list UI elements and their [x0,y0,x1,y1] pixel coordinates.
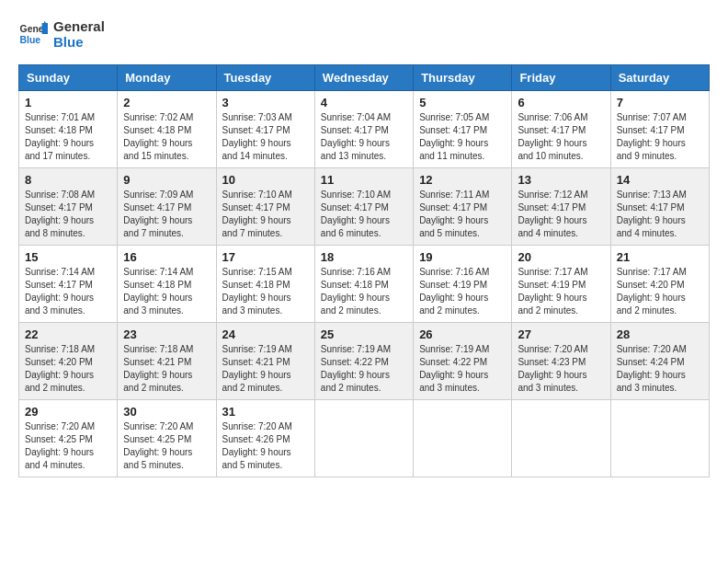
calendar-cell [314,400,413,477]
calendar-header-row: SundayMondayTuesdayWednesdayThursdayFrid… [19,65,710,91]
day-number: 20 [518,250,604,264]
calendar-cell: 4 Sunrise: 7:04 AM Sunset: 4:17 PM Dayli… [314,91,413,168]
calendar-cell: 21 Sunrise: 7:17 AM Sunset: 4:20 PM Dayl… [610,246,709,323]
calendar-body: 1 Sunrise: 7:01 AM Sunset: 4:18 PM Dayli… [19,91,710,477]
day-number: 6 [518,96,604,109]
day-number: 16 [123,250,210,264]
day-info: Sunrise: 7:08 AM Sunset: 4:17 PM Dayligh… [25,189,111,240]
day-number: 17 [222,250,309,264]
day-number: 10 [222,173,309,187]
day-info: Sunrise: 7:18 AM Sunset: 4:21 PM Dayligh… [123,343,210,395]
day-number: 7 [617,96,703,109]
calendar-cell: 14 Sunrise: 7:13 AM Sunset: 4:17 PM Dayl… [610,168,709,246]
calendar-week-4: 22 Sunrise: 7:18 AM Sunset: 4:20 PM Dayl… [19,323,710,400]
calendar-header-tuesday: Tuesday [216,65,314,91]
calendar-cell: 22 Sunrise: 7:18 AM Sunset: 4:20 PM Dayl… [19,323,118,400]
calendar-cell: 19 Sunrise: 7:16 AM Sunset: 4:19 PM Dayl… [414,246,512,323]
day-number: 12 [419,173,506,187]
day-number: 25 [321,327,407,341]
day-number: 5 [419,96,506,109]
calendar-cell: 24 Sunrise: 7:19 AM Sunset: 4:21 PM Dayl… [216,323,314,400]
day-info: Sunrise: 7:07 AM Sunset: 4:17 PM Dayligh… [617,111,703,163]
day-info: Sunrise: 7:06 AM Sunset: 4:17 PM Dayligh… [518,111,604,163]
day-number: 1 [25,96,111,109]
day-number: 21 [617,250,703,264]
calendar-header-monday: Monday [118,65,216,91]
calendar-cell: 26 Sunrise: 7:19 AM Sunset: 4:22 PM Dayl… [414,323,512,400]
day-number: 14 [617,173,703,187]
day-info: Sunrise: 7:15 AM Sunset: 4:18 PM Dayligh… [222,266,309,317]
calendar-header-wednesday: Wednesday [314,65,413,91]
calendar-week-3: 15 Sunrise: 7:14 AM Sunset: 4:17 PM Dayl… [19,246,710,323]
calendar-cell: 2 Sunrise: 7:02 AM Sunset: 4:18 PM Dayli… [118,91,216,168]
day-info: Sunrise: 7:09 AM Sunset: 4:17 PM Dayligh… [123,189,210,240]
day-info: Sunrise: 7:20 AM Sunset: 4:24 PM Dayligh… [617,343,703,395]
calendar-cell: 10 Sunrise: 7:10 AM Sunset: 4:17 PM Dayl… [216,168,314,246]
day-info: Sunrise: 7:16 AM Sunset: 4:18 PM Dayligh… [321,266,407,317]
calendar-cell [512,400,610,477]
day-number: 29 [25,405,111,419]
day-number: 28 [617,327,703,341]
svg-text:Blue: Blue [20,35,41,45]
day-number: 11 [321,173,407,187]
calendar-cell [610,400,709,477]
calendar-cell: 13 Sunrise: 7:12 AM Sunset: 4:17 PM Dayl… [512,168,610,246]
calendar-cell: 17 Sunrise: 7:15 AM Sunset: 4:18 PM Dayl… [216,246,314,323]
calendar-week-2: 8 Sunrise: 7:08 AM Sunset: 4:17 PM Dayli… [19,168,710,246]
calendar-header-saturday: Saturday [610,65,709,91]
calendar-cell: 27 Sunrise: 7:20 AM Sunset: 4:23 PM Dayl… [512,323,610,400]
calendar-cell: 25 Sunrise: 7:19 AM Sunset: 4:22 PM Dayl… [314,323,413,400]
calendar-cell: 31 Sunrise: 7:20 AM Sunset: 4:26 PM Dayl… [216,400,314,477]
calendar-cell: 8 Sunrise: 7:08 AM Sunset: 4:17 PM Dayli… [19,168,118,246]
calendar-cell: 28 Sunrise: 7:20 AM Sunset: 4:24 PM Dayl… [610,323,709,400]
logo-blue: Blue [53,34,105,50]
calendar-cell: 6 Sunrise: 7:06 AM Sunset: 4:17 PM Dayli… [512,91,610,168]
day-number: 30 [123,405,210,419]
calendar-table: SundayMondayTuesdayWednesdayThursdayFrid… [18,64,710,477]
day-number: 26 [419,327,506,341]
calendar-cell: 1 Sunrise: 7:01 AM Sunset: 4:18 PM Dayli… [19,91,118,168]
day-number: 22 [25,327,111,341]
day-info: Sunrise: 7:01 AM Sunset: 4:18 PM Dayligh… [25,111,111,163]
day-number: 18 [321,250,407,264]
day-number: 9 [123,173,210,187]
day-info: Sunrise: 7:20 AM Sunset: 4:23 PM Dayligh… [518,343,604,395]
day-info: Sunrise: 7:17 AM Sunset: 4:19 PM Dayligh… [518,266,604,317]
calendar-cell: 3 Sunrise: 7:03 AM Sunset: 4:17 PM Dayli… [216,91,314,168]
day-info: Sunrise: 7:13 AM Sunset: 4:17 PM Dayligh… [617,189,703,240]
calendar-header-friday: Friday [512,65,610,91]
calendar-week-1: 1 Sunrise: 7:01 AM Sunset: 4:18 PM Dayli… [19,91,710,168]
day-info: Sunrise: 7:17 AM Sunset: 4:20 PM Dayligh… [617,266,703,317]
day-number: 31 [222,405,309,419]
day-info: Sunrise: 7:11 AM Sunset: 4:17 PM Dayligh… [419,189,506,240]
calendar-header-thursday: Thursday [414,65,512,91]
day-info: Sunrise: 7:19 AM Sunset: 4:22 PM Dayligh… [419,343,506,395]
day-info: Sunrise: 7:10 AM Sunset: 4:17 PM Dayligh… [222,189,309,240]
calendar-cell [414,400,512,477]
calendar-cell: 23 Sunrise: 7:18 AM Sunset: 4:21 PM Dayl… [118,323,216,400]
calendar-header-sunday: Sunday [19,65,118,91]
day-info: Sunrise: 7:18 AM Sunset: 4:20 PM Dayligh… [25,343,111,395]
calendar-cell: 12 Sunrise: 7:11 AM Sunset: 4:17 PM Dayl… [414,168,512,246]
day-number: 8 [25,173,111,187]
calendar-cell: 15 Sunrise: 7:14 AM Sunset: 4:17 PM Dayl… [19,246,118,323]
day-info: Sunrise: 7:14 AM Sunset: 4:17 PM Dayligh… [25,266,111,317]
calendar-cell: 11 Sunrise: 7:10 AM Sunset: 4:17 PM Dayl… [314,168,413,246]
day-number: 19 [419,250,506,264]
page-header: General Blue General Blue [18,18,710,50]
day-info: Sunrise: 7:12 AM Sunset: 4:17 PM Dayligh… [518,189,604,240]
logo-icon: General Blue [18,19,48,49]
day-info: Sunrise: 7:03 AM Sunset: 4:17 PM Dayligh… [222,111,309,163]
calendar-cell: 18 Sunrise: 7:16 AM Sunset: 4:18 PM Dayl… [314,246,413,323]
calendar-week-5: 29 Sunrise: 7:20 AM Sunset: 4:25 PM Dayl… [19,400,710,477]
day-info: Sunrise: 7:16 AM Sunset: 4:19 PM Dayligh… [419,266,506,317]
day-number: 3 [222,96,309,109]
calendar-cell: 29 Sunrise: 7:20 AM Sunset: 4:25 PM Dayl… [19,400,118,477]
day-info: Sunrise: 7:20 AM Sunset: 4:26 PM Dayligh… [222,420,309,472]
day-info: Sunrise: 7:20 AM Sunset: 4:25 PM Dayligh… [25,420,111,472]
calendar-cell: 20 Sunrise: 7:17 AM Sunset: 4:19 PM Dayl… [512,246,610,323]
day-info: Sunrise: 7:04 AM Sunset: 4:17 PM Dayligh… [321,111,407,163]
day-info: Sunrise: 7:19 AM Sunset: 4:22 PM Dayligh… [321,343,407,395]
day-info: Sunrise: 7:10 AM Sunset: 4:17 PM Dayligh… [321,189,407,240]
day-number: 24 [222,327,309,341]
